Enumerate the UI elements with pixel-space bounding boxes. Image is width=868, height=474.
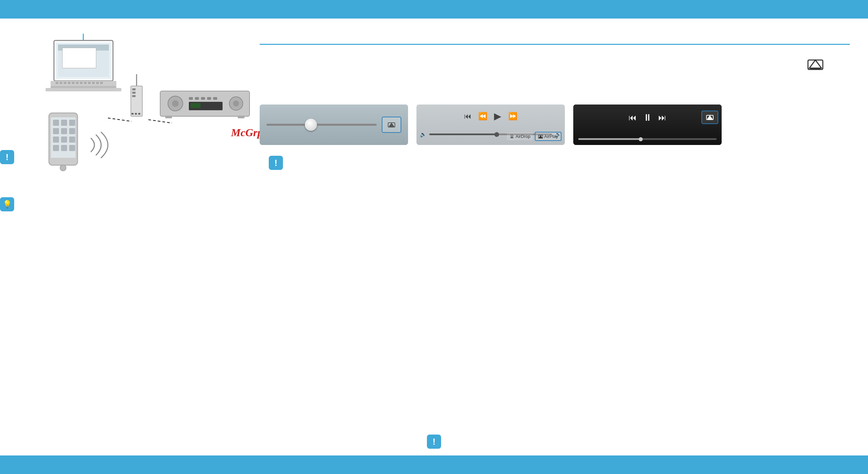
airdrop-label: AirDrop	[516, 134, 530, 139]
svg-rect-21	[100, 82, 103, 84]
laptop-device	[44, 34, 125, 102]
svg-rect-58	[69, 145, 75, 151]
rewind-fast-button-2[interactable]: ⏪	[478, 112, 487, 121]
receiver-device	[158, 84, 253, 123]
dark-progress-thumb	[639, 137, 643, 141]
svg-rect-38	[213, 97, 217, 100]
svg-rect-53	[53, 137, 59, 143]
airplay-svg-large	[807, 57, 824, 72]
screenshot-dark-player: ⏮ ⏸ ⏭	[573, 105, 722, 145]
svg-rect-17	[84, 82, 87, 84]
airplay-label-2: AirPlay	[544, 134, 558, 139]
airdrop-icon	[510, 134, 514, 139]
airplay-button-1[interactable]	[382, 117, 401, 133]
dark-progress-bar	[578, 138, 717, 140]
screenshots-container: ⏮ ⏪ ▶ ⏩ 🔈 🔊	[260, 105, 722, 145]
forward-fast-button-2[interactable]: ⏩	[508, 112, 517, 121]
svg-rect-15	[76, 82, 79, 84]
svg-rect-52	[69, 128, 75, 134]
svg-rect-16	[80, 82, 83, 84]
dark-progress-fill	[578, 138, 641, 140]
separator-line	[260, 44, 850, 45]
airplay-icon-top-right	[807, 57, 824, 73]
screenshot-finder-airplay: ⏮ ⏪ ▶ ⏩ 🔈 🔊	[416, 105, 565, 145]
svg-rect-29	[135, 113, 137, 115]
screenshot-itunes-slider	[260, 105, 408, 145]
svg-rect-9	[51, 86, 116, 88]
svg-rect-24	[131, 86, 142, 116]
skip-back-button-3[interactable]: ⏮	[629, 113, 637, 122]
svg-rect-51	[61, 128, 67, 134]
svg-rect-44	[238, 116, 244, 118]
svg-rect-10	[56, 82, 58, 84]
svg-rect-35	[195, 97, 199, 100]
pause-button-3[interactable]: ⏸	[643, 112, 652, 123]
svg-rect-30	[138, 113, 140, 115]
play-button-2[interactable]: ▶	[494, 111, 501, 122]
svg-marker-67	[511, 138, 513, 139]
phone-device	[46, 111, 83, 177]
svg-rect-36	[201, 97, 205, 100]
airplay-icon-2	[538, 135, 543, 139]
svg-rect-18	[88, 82, 91, 84]
volume-icon-2: 🔈	[420, 131, 427, 138]
svg-rect-22	[46, 88, 121, 91]
svg-rect-50	[53, 128, 59, 134]
svg-marker-60	[809, 60, 821, 68]
svg-rect-48	[61, 120, 67, 126]
wifi-waves	[84, 128, 125, 163]
svg-rect-57	[61, 145, 67, 151]
svg-rect-47	[53, 120, 59, 126]
svg-rect-55	[69, 137, 75, 143]
svg-rect-40	[191, 103, 201, 108]
svg-point-66	[511, 135, 513, 137]
svg-rect-12	[64, 82, 66, 84]
warning-icon-left: !	[0, 150, 14, 164]
airdrop-button[interactable]: AirDrop	[507, 132, 533, 140]
warning-icon-right: !	[269, 156, 283, 170]
svg-rect-6	[62, 48, 96, 68]
svg-rect-49	[69, 120, 75, 126]
volume-slider-track	[266, 124, 377, 126]
airplay-button-3[interactable]	[701, 111, 718, 124]
svg-rect-13	[68, 82, 70, 84]
svg-rect-20	[96, 82, 99, 84]
rewind-button-2[interactable]: ⏮	[464, 112, 471, 121]
svg-point-59	[60, 165, 66, 171]
svg-marker-68	[539, 135, 542, 138]
svg-rect-28	[132, 113, 134, 115]
svg-point-42	[233, 100, 239, 107]
svg-rect-19	[92, 82, 95, 84]
svg-rect-56	[53, 145, 59, 151]
svg-point-33	[172, 100, 179, 107]
network-diagram	[27, 34, 256, 185]
svg-rect-14	[72, 82, 75, 84]
sharing-buttons-area: AirDrop AirPlay	[507, 132, 561, 141]
lightbulb-icon-left: 💡	[0, 197, 14, 211]
svg-rect-37	[207, 97, 211, 100]
svg-rect-11	[60, 82, 62, 84]
svg-marker-63	[389, 123, 394, 126]
top-bar	[0, 0, 868, 19]
svg-rect-34	[189, 97, 193, 100]
svg-marker-71	[707, 115, 713, 119]
skip-forward-button-3[interactable]: ⏭	[658, 113, 666, 122]
svg-rect-27	[132, 95, 136, 97]
airplay-svg-1	[388, 122, 395, 128]
airplay-button-2[interactable]: AirPlay	[535, 132, 561, 141]
svg-rect-26	[132, 92, 136, 94]
airplay-svg-3	[706, 114, 714, 120]
svg-rect-43	[165, 116, 172, 118]
dark-controls-row: ⏮ ⏸ ⏭	[573, 105, 722, 123]
router-device	[121, 74, 152, 129]
slider-thumb	[305, 119, 317, 131]
svg-rect-25	[132, 88, 136, 90]
warning-icon-bottom: !	[427, 435, 441, 449]
svg-rect-54	[61, 137, 67, 143]
bottom-bar	[0, 455, 868, 474]
